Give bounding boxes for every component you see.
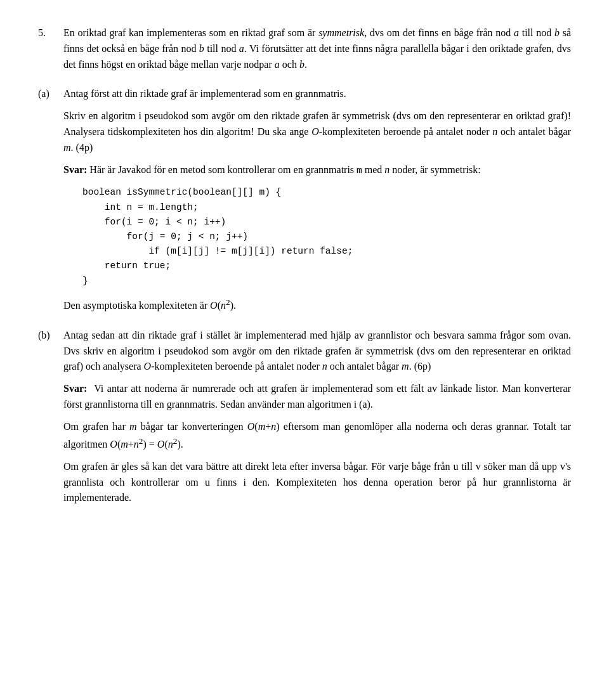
part-a-intro: Antag först att din riktade graf är impl… [63,86,571,102]
page-content: 5. En oriktad graf kan implementeras som… [38,25,571,512]
sup-2-b: 2 [139,436,143,446]
section-5: 5. En oriktad graf kan implementeras som… [38,25,571,79]
o-n2-b: O [157,439,165,450]
node-a-1: a [514,27,519,38]
sup-2-b2: 2 [173,436,178,446]
section-5-paragraph: En oriktad graf kan implementeras som en… [63,25,571,72]
m-ref-b: m [402,361,409,372]
n2-ref-b: n [134,439,139,450]
n-ref-a: n [492,126,497,137]
on2-a: O [210,300,218,311]
part-a-task: Skriv en algoritm i pseudokod som avgör … [63,108,571,155]
m-ref-a: m [63,142,71,153]
n-ref-a2: n [384,164,390,175]
part-a-content: Antag först att din riktade graf är impl… [63,86,571,320]
n2-b: n [168,439,173,450]
o-complexity-ref-b: O [144,361,152,372]
part-a-answer-intro: Svar: Här är Javakod för en metod som ko… [63,162,571,178]
section-5-text: En oriktad graf kan implementeras som en… [63,25,571,79]
svar-b-label: Svar: [63,383,87,394]
node-b-3: b [299,59,304,70]
part-b-answer-text3: Om grafen är gles så kan det vara bättre… [63,459,571,506]
part-a-section: (a) Antag först att din riktade graf är … [38,86,571,320]
m-code-ref: m [357,165,362,176]
part-b-label: (b) [38,328,63,344]
node-b-2: b [199,43,204,54]
mn-ref: m [258,421,266,432]
svar-a-label: Svar: [63,164,87,175]
part-a-complexity: Den asymptotiska komplexiteten är O(n2). [63,296,571,314]
node-a-2: a [239,43,244,54]
o-mn-ref: O [247,421,255,432]
part-a-label: (a) [38,86,63,102]
part-b-section: (b) Antag sedan att din riktade graf i s… [38,328,571,512]
mn2-ref: m [121,439,128,450]
node-a-3: a [275,59,280,70]
section-number: 5. [38,25,63,41]
node-b-1: b [554,27,560,38]
o-mn2-ref: O [110,439,117,450]
code-block-a: boolean isSymmetric(boolean[][] m) { int… [82,185,571,288]
part-b-answer-text2: Om grafen har m bågar tar konverteringen… [63,419,571,453]
n-ref-b2: n [271,421,276,432]
sup-2-a: 2 [226,297,230,307]
n-ref-b: n [322,361,327,372]
o-complexity-ref-a: O [311,126,319,137]
n2-a: n [221,300,226,311]
symmetric-emphasis: symmetrisk [318,27,364,38]
m-ref-b2: m [129,421,137,432]
part-b-answer-text1: Svar: Vi antar att noderna är numrerade … [63,381,571,413]
part-b-intro: Antag sedan att din riktade graf i ställ… [63,328,571,375]
part-b-content: Antag sedan att din riktade graf i ställ… [63,328,571,512]
